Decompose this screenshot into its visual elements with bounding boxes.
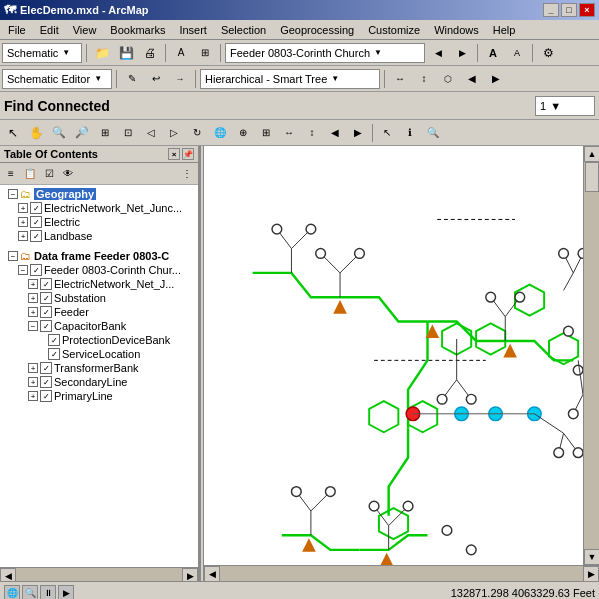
tb-identify-tool[interactable]: ℹ: [399, 122, 421, 144]
map-scrollbar-h[interactable]: ◀ ▶: [204, 565, 599, 581]
substation-check[interactable]: ✓: [40, 292, 52, 304]
toc-scroll-right[interactable]: ▶: [182, 568, 198, 581]
tb-pan-tool[interactable]: ✋: [25, 122, 47, 144]
tb-find-tool[interactable]: 🔍: [422, 122, 444, 144]
tb-connect[interactable]: ⬡: [437, 68, 459, 90]
toc-options-btn[interactable]: ⋮: [178, 165, 196, 183]
electricnet-check[interactable]: ✓: [30, 202, 42, 214]
map-scroll-left[interactable]: ◀: [204, 566, 220, 582]
tb-pan2-tool[interactable]: ⊕: [232, 122, 254, 144]
tb-rotate-tool[interactable]: ↻: [186, 122, 208, 144]
tb-zoom2-tool[interactable]: ⊞: [255, 122, 277, 144]
tb-back-tool[interactable]: ◁: [140, 122, 162, 144]
transformer-check[interactable]: ✓: [40, 362, 52, 374]
toc-vis-btn[interactable]: 👁: [59, 165, 77, 183]
map-scrollbar-v[interactable]: ▲ ▼: [583, 146, 599, 565]
status-play[interactable]: ▶: [58, 585, 74, 600]
toc-item-landbase[interactable]: + ✓ Landbase: [0, 229, 198, 243]
tb-select-tool[interactable]: ↖: [376, 122, 398, 144]
secondaryline-check[interactable]: ✓: [40, 376, 52, 388]
landbase-check[interactable]: ✓: [30, 230, 42, 242]
status-globe[interactable]: 🌐: [4, 585, 20, 600]
status-zoom[interactable]: 🔍: [22, 585, 38, 600]
menu-geoprocessing[interactable]: Geoprocessing: [274, 22, 360, 38]
close-button[interactable]: ×: [579, 3, 595, 17]
secondaryline-expand[interactable]: +: [28, 377, 38, 387]
electric-expand[interactable]: +: [18, 217, 28, 227]
tb-fwd-tool[interactable]: ▷: [163, 122, 185, 144]
service-check[interactable]: ✓: [48, 348, 60, 360]
tb-edit1[interactable]: ✎: [121, 68, 143, 90]
capacitor-expand[interactable]: −: [28, 321, 38, 331]
toc-item-electric[interactable]: + ✓ Electric: [0, 215, 198, 229]
map-scroll-thumb-v[interactable]: [585, 162, 599, 192]
tb-zoomin-tool[interactable]: 🔍: [48, 122, 70, 144]
tb-fontA[interactable]: A: [482, 42, 504, 64]
tb-btn1[interactable]: A: [170, 42, 192, 64]
menu-bookmarks[interactable]: Bookmarks: [104, 22, 171, 38]
maximize-button[interactable]: □: [561, 3, 577, 17]
toc-pin-btn[interactable]: 📌: [182, 148, 194, 160]
tb-nav1[interactable]: ◀: [324, 122, 346, 144]
toc-item-capacitor[interactable]: − ✓ CapacitorBank: [0, 319, 198, 333]
map-scroll-down[interactable]: ▼: [584, 549, 599, 565]
protection-check[interactable]: ✓: [48, 334, 60, 346]
tb-zoomfull-tool[interactable]: ⊞: [94, 122, 116, 144]
tb-btn2[interactable]: ⊞: [194, 42, 216, 64]
primaryline-check[interactable]: ✓: [40, 390, 52, 402]
window-controls[interactable]: _ □ ×: [543, 3, 595, 17]
menu-view[interactable]: View: [67, 22, 103, 38]
toc-item-electricnet[interactable]: + ✓ ElectricNetwork_Net_Junc...: [0, 201, 198, 215]
toc-close-btn[interactable]: ×: [168, 148, 180, 160]
electricnet2-expand[interactable]: +: [28, 279, 38, 289]
tb-print-btn[interactable]: 🖨: [139, 42, 161, 64]
tb-ext2-tool[interactable]: ↕: [301, 122, 323, 144]
primaryline-expand[interactable]: +: [28, 391, 38, 401]
tb-fwd[interactable]: ▶: [485, 68, 507, 90]
dataframe-expand[interactable]: −: [8, 251, 18, 261]
menu-file[interactable]: File: [2, 22, 32, 38]
menu-customize[interactable]: Customize: [362, 22, 426, 38]
editor-menu-btn[interactable]: Schematic Editor ▼: [2, 69, 112, 89]
map-scroll-up[interactable]: ▲: [584, 146, 599, 162]
map-scroll-right[interactable]: ▶: [583, 566, 599, 582]
toc-item-protection[interactable]: ✓ ProtectionDeviceBank: [0, 333, 198, 347]
toc-scroll-left[interactable]: ◀: [0, 568, 16, 581]
tb-btn3[interactable]: ◀: [427, 42, 449, 64]
toc-item-service[interactable]: ✓ ServiceLocation: [0, 347, 198, 361]
feeder-group-check[interactable]: ✓: [30, 264, 42, 276]
toc-item-secondaryline[interactable]: + ✓ SecondaryLine: [0, 375, 198, 389]
geography-expand[interactable]: −: [8, 189, 18, 199]
menu-insert[interactable]: Insert: [173, 22, 213, 38]
toc-source-btn[interactable]: 📋: [21, 165, 39, 183]
feeder-group-expand[interactable]: −: [18, 265, 28, 275]
tb-zoomsel-tool[interactable]: ⊡: [117, 122, 139, 144]
feeder-check[interactable]: ✓: [40, 306, 52, 318]
tb-btn4[interactable]: ▶: [451, 42, 473, 64]
toc-scrollbar-h[interactable]: ◀ ▶: [0, 567, 198, 581]
minimize-button[interactable]: _: [543, 3, 559, 17]
electricnet2-check[interactable]: ✓: [40, 278, 52, 290]
feeder-expand[interactable]: +: [28, 307, 38, 317]
find-connected-dropdown[interactable]: 1 ▼: [535, 96, 595, 116]
tb-move2[interactable]: ↕: [413, 68, 435, 90]
menu-edit[interactable]: Edit: [34, 22, 65, 38]
status-pause[interactable]: ⏸: [40, 585, 56, 600]
tb-folder-btn[interactable]: 📁: [91, 42, 113, 64]
tb-move1[interactable]: ↔: [389, 68, 411, 90]
tb-fontA2[interactable]: A: [506, 42, 528, 64]
substation-expand[interactable]: +: [28, 293, 38, 303]
electric-check[interactable]: ✓: [30, 216, 42, 228]
toc-item-transformer[interactable]: + ✓ TransformerBank: [0, 361, 198, 375]
tb-arrow-tool[interactable]: ↖: [2, 122, 24, 144]
toc-item-feeder[interactable]: + ✓ Feeder: [0, 305, 198, 319]
toc-item-electricnet2[interactable]: + ✓ ElectricNetwork_Net_J...: [0, 277, 198, 291]
tb-nav2[interactable]: ▶: [347, 122, 369, 144]
toc-geography-group[interactable]: − 🗂 Geography: [0, 187, 198, 201]
toc-dataframe-group[interactable]: − 🗂 Data frame Feeder 0803-C: [0, 249, 198, 263]
tb-edit2[interactable]: ↩: [145, 68, 167, 90]
smart-tree-dropdown[interactable]: Hierarchical - Smart Tree ▼: [200, 69, 380, 89]
toc-item-feeder-group[interactable]: − ✓ Feeder 0803-Corinth Chur...: [0, 263, 198, 277]
tb-back[interactable]: ◀: [461, 68, 483, 90]
tb-ext1-tool[interactable]: ↔: [278, 122, 300, 144]
